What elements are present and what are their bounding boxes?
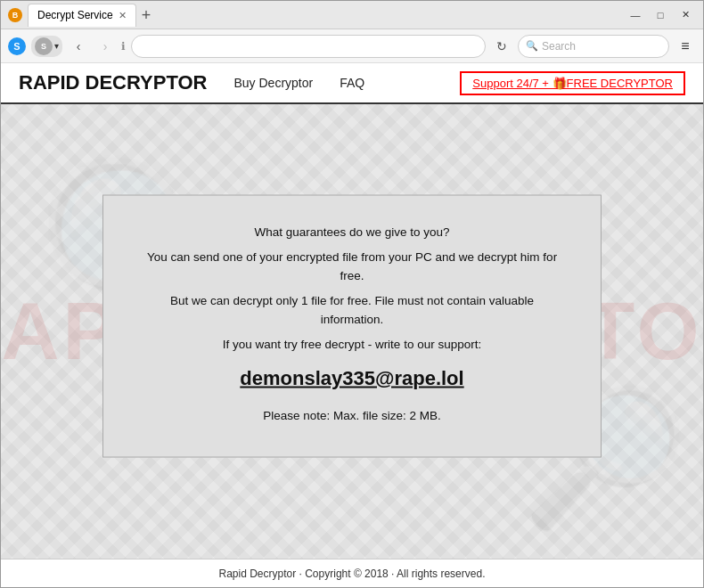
footer-text: Rapid Decryptor · Copyright © 2018 · All… bbox=[219, 568, 486, 580]
maximize-button[interactable]: □ bbox=[650, 7, 671, 23]
file-size-note: Please note: Max. file size: 2 MB. bbox=[139, 405, 565, 425]
tab-close-button[interactable]: ✕ bbox=[119, 10, 127, 21]
buy-decryptor-link[interactable]: Buy Decryptor bbox=[233, 76, 313, 90]
browser-menu-button[interactable]: ≡ bbox=[675, 36, 696, 57]
site-footer: Rapid Decryptor · Copyright © 2018 · All… bbox=[1, 559, 703, 587]
window-controls: — □ ✕ bbox=[625, 7, 696, 23]
content-box: What guarantees do we give to you? You c… bbox=[102, 195, 602, 458]
active-tab[interactable]: Decrypt Service ✕ bbox=[28, 4, 136, 27]
tab-area: Decrypt Service ✕ + bbox=[28, 4, 625, 27]
forward-button[interactable]: › bbox=[94, 36, 116, 57]
free-decrypt-line2: But we can decrypt only 1 file for free.… bbox=[139, 290, 565, 329]
search-icon: 🔍 bbox=[526, 40, 538, 52]
profile-icon[interactable]: S bbox=[35, 37, 53, 55]
browser-window: B Decrypt Service ✕ + — □ ✕ S S ▾ ‹ › ℹ … bbox=[0, 0, 704, 588]
tab-title: Decrypt Service bbox=[37, 9, 113, 21]
browser-brand-icon: S bbox=[8, 37, 26, 55]
minimize-button[interactable]: — bbox=[625, 7, 646, 23]
site-title: RAPID DECRYPTOR bbox=[19, 71, 207, 94]
free-decryptor-button[interactable]: Support 24/7 + 🎁FREE DECRYPTOR bbox=[460, 71, 685, 95]
info-icon: ℹ bbox=[121, 40, 126, 53]
free-decrypt-line1: You can send one of your encrypted file … bbox=[139, 247, 565, 285]
browser-icon: B bbox=[8, 8, 22, 22]
refresh-button[interactable]: ↻ bbox=[491, 36, 512, 57]
contact-email[interactable]: demonslay335@rape.lol bbox=[139, 366, 565, 389]
search-box[interactable]: 🔍 Search bbox=[518, 35, 669, 58]
contact-prompt: If you want try free decrypt - write to … bbox=[139, 334, 565, 354]
new-tab-button[interactable]: + bbox=[136, 4, 157, 27]
guarantee-heading: What guarantees do we give to you? bbox=[139, 223, 565, 242]
address-bar[interactable] bbox=[131, 35, 486, 58]
site-navigation: RAPID DECRYPTOR Buy Decryptor FAQ Suppor… bbox=[1, 63, 703, 104]
site-body: 🔍 🔍 RAPID DECRYPTOR What guarantees do w… bbox=[1, 104, 703, 559]
navigation-bar: S S ▾ ‹ › ℹ ↻ 🔍 Search ≡ bbox=[1, 29, 703, 63]
back-button[interactable]: ‹ bbox=[68, 36, 89, 57]
title-bar: B Decrypt Service ✕ + — □ ✕ bbox=[1, 1, 703, 29]
close-button[interactable]: ✕ bbox=[675, 7, 696, 23]
faq-link[interactable]: FAQ bbox=[340, 76, 364, 90]
search-placeholder: Search bbox=[542, 40, 576, 53]
page-content: RAPID DECRYPTOR Buy Decryptor FAQ Suppor… bbox=[1, 63, 703, 587]
